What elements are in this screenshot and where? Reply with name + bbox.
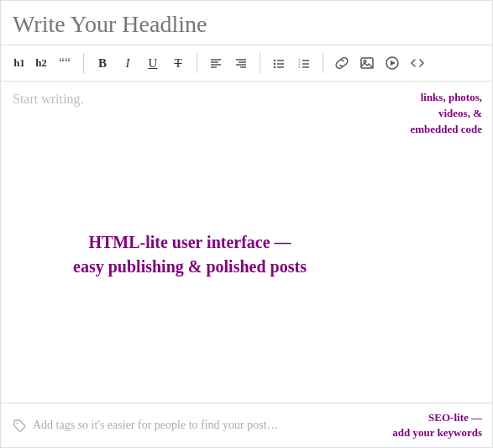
headline-area — [1, 1, 492, 45]
svg-point-21 — [364, 61, 366, 63]
editor-container: h1 h2 ““ B I U T — [0, 0, 493, 448]
promo-line1: HTML-lite user interface — — [73, 230, 307, 255]
toolbar-format-group: B I U T — [91, 51, 190, 75]
toolbar-align-group — [204, 51, 253, 75]
ordered-list-button[interactable]: 1. 2. 3. — [292, 51, 316, 75]
divider-3 — [260, 53, 260, 73]
bottom-row: Add tags so it's easier for people to fi… — [1, 403, 492, 447]
tags-placeholder: Add tags so it's easier for people to fi… — [33, 419, 279, 432]
strikethrough-button[interactable]: T — [166, 51, 190, 75]
body-with-sidebar: Start writing. HTML-lite user interface … — [1, 82, 492, 403]
photo-button[interactable] — [355, 51, 379, 75]
writing-area[interactable]: Start writing. — [1, 82, 379, 107]
tag-icon — [13, 419, 26, 432]
toolbar-heading-group: h1 h2 ““ — [9, 51, 76, 75]
ordered-list-icon: 1. 2. 3. — [297, 56, 311, 70]
align-right-button[interactable] — [229, 51, 253, 75]
h2-button[interactable]: h2 — [31, 51, 51, 75]
svg-marker-23 — [391, 61, 396, 66]
code-icon — [410, 55, 425, 71]
svg-text:3.: 3. — [298, 65, 302, 69]
video-button[interactable] — [380, 51, 404, 75]
photo-icon — [359, 55, 375, 71]
bold-button[interactable]: B — [91, 51, 114, 75]
svg-point-24 — [17, 422, 18, 424]
svg-point-8 — [274, 60, 275, 61]
video-icon — [385, 55, 400, 71]
link-button[interactable] — [330, 51, 354, 75]
editor-placeholder: Start writing. — [13, 92, 83, 106]
align-right-icon — [234, 56, 248, 70]
toolbar-media-group — [330, 51, 429, 75]
unordered-list-icon — [272, 56, 286, 70]
seo-sidebar: SEO-lite — add your keywords — [379, 403, 492, 447]
toolbar-list-group: 1. 2. 3. — [267, 51, 316, 75]
divider-2 — [197, 53, 197, 73]
quote-button[interactable]: ““ — [53, 51, 76, 75]
link-icon — [334, 55, 349, 71]
promo-content: HTML-lite user interface — easy publishi… — [73, 230, 307, 279]
divider-4 — [323, 53, 323, 73]
align-left-icon — [209, 56, 223, 70]
divider-1 — [83, 53, 84, 73]
align-left-button[interactable] — [204, 51, 228, 75]
svg-point-10 — [274, 63, 275, 65]
svg-point-12 — [274, 66, 275, 68]
media-label: links, photos,videos, &embedded code — [410, 90, 482, 138]
code-button[interactable] — [406, 51, 429, 75]
headline-input[interactable] — [13, 11, 480, 38]
promo-line2: easy publishing & polished posts — [73, 255, 307, 279]
underline-button[interactable]: U — [141, 51, 165, 75]
unordered-list-button[interactable] — [267, 51, 291, 75]
promo-area: HTML-lite user interface — easy publishi… — [1, 107, 379, 403]
right-panel: links, photos,videos, &embedded code — [379, 82, 492, 403]
toolbar: h1 h2 ““ B I U T — [1, 45, 492, 82]
seo-label: SEO-lite — add your keywords — [392, 410, 482, 440]
h1-button[interactable]: h1 — [9, 51, 29, 75]
italic-button[interactable]: I — [116, 51, 139, 75]
main-body: Start writing. HTML-lite user interface … — [1, 82, 379, 403]
tags-section[interactable]: Add tags so it's easier for people to fi… — [1, 403, 379, 447]
